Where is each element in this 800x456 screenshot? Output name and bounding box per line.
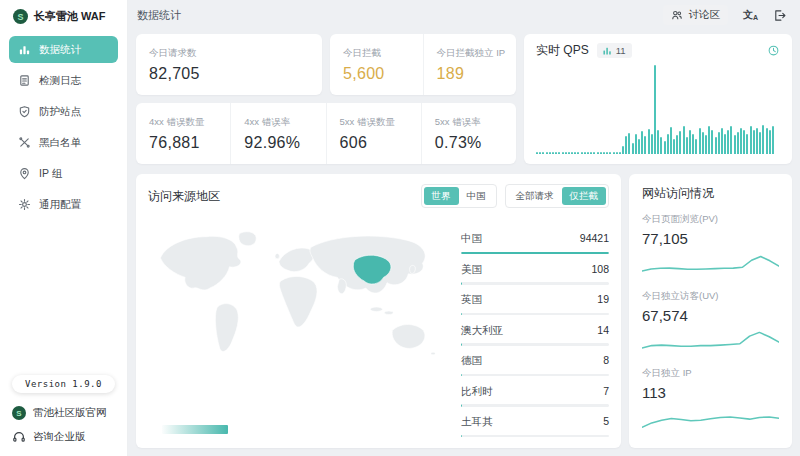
map-greenland <box>239 232 256 246</box>
map-africa <box>279 276 317 327</box>
mode-toggle-group: 全部请求仅拦截 <box>505 184 610 208</box>
topbar: 数据统计 讨论区 文A <box>128 0 800 30</box>
map-japan <box>410 265 416 273</box>
qps-bar <box>769 130 771 154</box>
qps-bar <box>593 152 595 154</box>
qps-bar <box>584 152 586 154</box>
sidebar-item-label: IP 组 <box>39 167 62 181</box>
qps-bar <box>657 130 659 154</box>
world-map[interactable] <box>148 220 449 399</box>
sidebar-item-lists[interactable]: 黑白名单 <box>9 129 118 156</box>
block-ips-cell: 今日拦截独立 IP 189 <box>423 34 517 95</box>
error-stat-cell: 5xx 错误率0.73% <box>421 103 516 164</box>
qps-bar <box>619 152 621 154</box>
qps-bar <box>632 143 634 154</box>
country-value: 7 <box>603 385 609 397</box>
country-name: 美国 <box>461 263 482 277</box>
footer-link-enterprise[interactable]: 咨询企业版 <box>12 430 115 444</box>
error-stat-cell: 4xx 错误数量76,881 <box>136 103 230 164</box>
region-toggle-option[interactable]: 中国 <box>459 187 494 205</box>
country-row: 英国19 <box>461 293 609 315</box>
discussion-label: 讨论区 <box>688 8 720 22</box>
footer-link-label: 咨询企业版 <box>33 430 86 444</box>
stats-column: 今日请求数 82,705 今日拦截 5,600 今日拦截独立 IP 189 <box>136 34 516 164</box>
country-value: 94421 <box>580 232 609 244</box>
sidebar-footer: Version 1.9.0 S雷池社区版官网咨询企业版 <box>0 367 127 456</box>
blocks-card: 今日拦截 5,600 今日拦截独立 IP 189 <box>330 34 516 95</box>
qps-bar <box>568 152 570 154</box>
sidebar-item-settings[interactable]: 通用配置 <box>9 191 118 218</box>
blocks-cell: 今日拦截 5,600 <box>330 34 423 95</box>
metric-sparkline <box>642 404 779 431</box>
country-progress-track <box>461 252 609 255</box>
version-badge: Version 1.9.0 <box>12 375 115 393</box>
qps-bar <box>743 130 745 154</box>
country-line: 土耳其5 <box>461 415 609 429</box>
metric-value: 67,574 <box>642 307 779 324</box>
map-card: 访问来源地区 世界中国 全部请求仅拦截 <box>136 174 621 448</box>
country-value: 8 <box>603 354 609 366</box>
qps-bar <box>753 130 755 154</box>
safeline-logo-icon: S <box>13 9 28 24</box>
qps-bar <box>689 130 691 154</box>
app-title: 长亭雷池 WAF <box>34 9 106 24</box>
log-icon <box>18 74 31 87</box>
qps-bar <box>756 128 758 154</box>
qps-bar <box>648 129 650 154</box>
footer-link-community-site[interactable]: S雷池社区版官网 <box>12 406 115 420</box>
sidebar-item-logs[interactable]: 检测日志 <box>9 67 118 94</box>
country-row: 比利时7 <box>461 385 609 407</box>
qps-bar <box>676 135 678 154</box>
map-card-header: 访问来源地区 世界中国 全部请求仅拦截 <box>148 184 609 208</box>
country-value: 5 <box>603 415 609 427</box>
country-progress-track <box>461 435 609 438</box>
qps-bar <box>581 152 583 154</box>
qps-bar <box>552 152 554 154</box>
qps-bar <box>750 126 752 154</box>
metric-sparkline <box>642 327 779 354</box>
country-name: 中国 <box>461 232 482 246</box>
app-logo-row: S 长亭雷池 WAF <box>0 0 127 32</box>
requests-value: 82,705 <box>149 65 309 83</box>
language-switch-button[interactable]: 文A <box>743 10 758 21</box>
country-value: 108 <box>591 263 609 275</box>
logout-icon <box>773 9 786 22</box>
qps-bar <box>708 126 710 154</box>
sidebar-item-label: 检测日志 <box>39 74 81 88</box>
qps-history-button[interactable] <box>767 44 780 57</box>
bar-chart-icon <box>18 43 31 56</box>
mode-toggle-option[interactable]: 仅拦截 <box>562 187 607 205</box>
qps-bar <box>721 128 723 154</box>
logout-button[interactable] <box>773 9 786 22</box>
qps-bar <box>673 139 675 154</box>
map-color-legend <box>162 425 228 434</box>
sidebar-nav: 数据统计检测日志防护站点黑白名单IP 组通用配置 <box>0 32 127 222</box>
map-europe <box>279 248 314 272</box>
region-toggle-option[interactable]: 世界 <box>424 187 459 205</box>
sidebar-item-ip-groups[interactable]: IP 组 <box>9 160 118 187</box>
error-stat-value: 76,881 <box>149 134 217 152</box>
stat-cards-row: 今日请求数 82,705 今日拦截 5,600 今日拦截独立 IP 189 <box>136 34 516 95</box>
sidebar-item-stats[interactable]: 数据统计 <box>9 36 118 63</box>
qps-bar <box>695 139 697 154</box>
sidebar-item-sites[interactable]: 防护站点 <box>9 98 118 125</box>
qps-bar <box>641 131 643 154</box>
qps-card: 实时 QPS 11 <box>524 34 792 164</box>
map-uk <box>275 253 279 258</box>
country-name: 土耳其 <box>461 415 493 429</box>
visit-metric-0: 今日页面浏览(PV)77,105 <box>642 206 779 283</box>
error-stat-value: 92.96% <box>244 134 312 152</box>
mode-toggle-option[interactable]: 全部请求 <box>508 187 562 205</box>
translate-icon: 文A <box>743 10 758 21</box>
metric-value: 113 <box>642 384 779 401</box>
country-value: 19 <box>597 293 609 305</box>
footer-link-label: 雷池社区版官网 <box>33 406 107 420</box>
qps-bar <box>711 130 713 154</box>
sidebar-item-label: 通用配置 <box>39 198 81 212</box>
qps-bar <box>625 136 627 154</box>
discussion-button[interactable]: 讨论区 <box>663 5 728 25</box>
metric-label: 今日独立 IP <box>642 367 779 380</box>
map-body: 中国94421美国108英国19澳大利亚14德国8比利时7土耳其5 <box>148 208 609 438</box>
country-line: 澳大利亚14 <box>461 324 609 338</box>
metric-label: 今日独立访客(UV) <box>642 290 779 303</box>
